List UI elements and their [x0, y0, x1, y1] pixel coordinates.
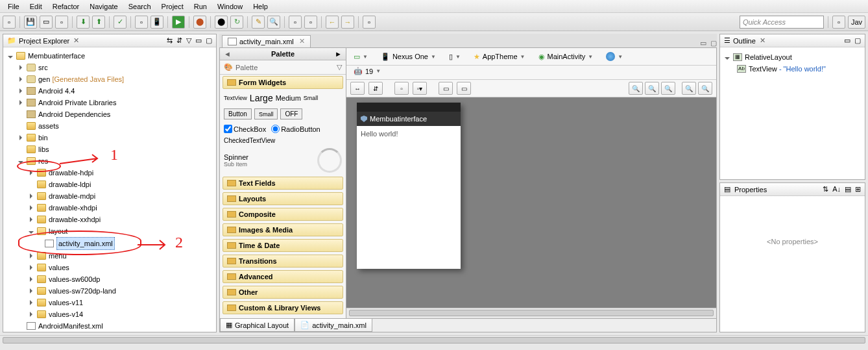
close-tab-icon[interactable]: ✕ [299, 37, 305, 45]
folder-drawable-xhdpi[interactable]: drawable-xhdpi [49, 202, 97, 214]
device-preview[interactable]: Membuatinterface Hello world! [357, 103, 461, 269]
menu-navigate[interactable]: Navigate [84, 1, 123, 12]
folder-src[interactable]: src [38, 62, 48, 73]
close-icon[interactable]: ✕ [760, 36, 766, 45]
close-icon[interactable]: ✕ [73, 36, 79, 45]
maximize-icon[interactable]: ▢ [710, 39, 717, 47]
refresh-button[interactable]: ↻ [230, 16, 243, 29]
collapse-all-icon[interactable]: ⇆ [167, 36, 173, 45]
palette-cat-images[interactable]: Images & Media [223, 223, 343, 236]
hello-textview[interactable]: Hello world! [361, 130, 398, 138]
palette-cat-composite[interactable]: Composite [223, 208, 343, 221]
palette-cat-other[interactable]: Other [223, 286, 343, 299]
tab-xml-source[interactable]: 📄activity_main.xml [295, 319, 372, 332]
build2-button[interactable]: ⬆ [92, 16, 105, 29]
properties-tab[interactable]: ▤ Properties ⇅ A↓ ▤ ⊞ [720, 183, 865, 196]
menu-run[interactable]: Run [189, 1, 212, 12]
widget-button[interactable]: Button [224, 108, 252, 119]
widget-radio[interactable]: RadioButton [271, 125, 320, 133]
widget-spinner[interactable]: Spinner [224, 153, 248, 161]
widget-subitem[interactable]: Sub Item [224, 161, 248, 168]
tab-graphical-layout[interactable]: ▦Graphical Layout [220, 319, 295, 332]
maximize-icon[interactable]: ▢ [206, 36, 212, 45]
pin-button[interactable]: ▫ [363, 16, 376, 29]
debug-button[interactable]: ⬤ [193, 16, 206, 29]
outline-tab[interactable]: ☰ Outline ✕ ▭ ▢ [720, 34, 865, 47]
folder-menu[interactable]: menu [49, 250, 67, 262]
nav2-button[interactable]: ▫ [304, 16, 317, 29]
palette-cat-custom[interactable]: Custom & Library Views [223, 301, 343, 314]
locale-selector[interactable]: ▼ [603, 51, 626, 62]
run-button[interactable]: ▶ [172, 16, 185, 29]
folder-values-sw600[interactable]: values-sw600dp [49, 273, 101, 285]
phone-content[interactable]: Hello world! [357, 126, 461, 142]
palette-menu-icon[interactable]: ▽ [337, 63, 342, 71]
new-button[interactable]: ▫ [3, 16, 16, 29]
sort-icon[interactable]: A↓ [832, 185, 841, 194]
widget-small-button[interactable]: Small [254, 108, 278, 119]
menu-window[interactable]: Window [212, 1, 248, 12]
lib-private[interactable]: Android Private Libraries [38, 97, 116, 108]
check-button[interactable]: ✓ [114, 16, 127, 29]
forward-button[interactable]: → [341, 16, 354, 29]
widget-large[interactable]: Large [250, 93, 273, 103]
zoom-out-button[interactable]: 🔍 [682, 82, 696, 95]
menu-project[interactable]: Project [156, 1, 189, 12]
palette-fwd-icon[interactable]: ► [335, 50, 342, 58]
palette-cat-time[interactable]: Time & Date [223, 239, 343, 252]
palette-back-icon[interactable]: ◄ [224, 50, 231, 58]
folder-layout[interactable]: layout [49, 225, 67, 237]
folder-res[interactable]: res [38, 155, 48, 167]
lib-android44[interactable]: Android 4.4 [38, 85, 75, 97]
menu-search[interactable]: Search [123, 1, 156, 12]
folder-bin[interactable]: bin [38, 132, 48, 144]
widget-medium[interactable]: Medium [276, 94, 301, 102]
device-selector[interactable]: 📱Nexus One▼ [378, 51, 439, 62]
show-adv-icon[interactable]: ▤ [845, 185, 851, 194]
widget-toggle[interactable]: OFF [280, 108, 302, 119]
lib-deps[interactable]: Android Dependencies [38, 108, 110, 120]
activity-selector[interactable]: ◉MainActivity▼ [535, 51, 597, 62]
widget-checked-textview[interactable]: CheckedTextView [224, 137, 342, 144]
filter-icon[interactable]: ⇅ [823, 185, 828, 194]
palette-cat-layouts[interactable]: Layouts [223, 192, 343, 205]
java-perspective-button[interactable]: Jav [848, 16, 865, 29]
maximize-icon[interactable]: ▢ [854, 36, 861, 45]
outline-textview[interactable]: TextView - "Hello world!" [749, 63, 826, 75]
api-selector[interactable]: 🤖19▼ [350, 66, 384, 77]
folder-assets[interactable]: assets [38, 120, 59, 132]
project-explorer-tab[interactable]: 📁 Project Explorer ✕ ⇆ ⇵ ▽ ▭ ▢ [3, 34, 216, 47]
zoom-in-button[interactable]: 🔍 [698, 82, 712, 95]
link-editor-icon[interactable]: ⇵ [176, 36, 182, 45]
folder-gen[interactable]: gen [Generated Java Files] [38, 73, 124, 85]
folder-values-v14[interactable]: values-v14 [49, 308, 83, 320]
clip-button[interactable]: ▭ [439, 82, 453, 95]
palette-cat-form-widgets[interactable]: Form Widgets [223, 76, 343, 89]
build-button[interactable]: ⬇ [77, 16, 90, 29]
folder-drawable-mdpi[interactable]: drawable-mdpi [49, 190, 95, 202]
canvas-h-scrollbar[interactable] [346, 308, 716, 318]
widget-small[interactable]: Small [304, 95, 319, 101]
external-button[interactable]: ⬤ [215, 16, 228, 29]
expand-icon[interactable]: ⊞ [855, 185, 861, 194]
window-h-scrollbar[interactable] [0, 335, 868, 345]
folder-values-sw720[interactable]: values-sw720dp-land [49, 285, 116, 297]
minimize-icon[interactable]: ▭ [195, 36, 202, 45]
android-sdk-button[interactable]: ▫ [135, 16, 148, 29]
avd-button[interactable]: 📱 [151, 16, 163, 29]
config-selector[interactable]: ▭▼ [350, 51, 371, 62]
folder-drawable-hdpi[interactable]: drawable-hdpi [49, 167, 93, 179]
state-button[interactable]: ▫ [394, 82, 409, 95]
folder-values[interactable]: values [49, 262, 69, 273]
back-button[interactable]: ← [326, 16, 339, 29]
outline-relativelayout[interactable]: RelativeLayout [745, 51, 792, 63]
state2-button[interactable]: ▫▾ [413, 82, 427, 95]
nav-button[interactable]: ▫ [289, 16, 302, 29]
minimize-icon[interactable]: ▭ [700, 39, 706, 47]
clip2-button[interactable]: ▭ [457, 82, 471, 95]
view-menu-icon[interactable]: ▽ [186, 36, 191, 45]
theme-selector[interactable]: ★AppTheme▼ [470, 51, 529, 62]
widget-checkbox[interactable]: CheckBox [224, 125, 266, 133]
toggle-size-button[interactable]: ↔ [350, 82, 365, 95]
folder-values-v11[interactable]: values-v11 [49, 297, 83, 308]
